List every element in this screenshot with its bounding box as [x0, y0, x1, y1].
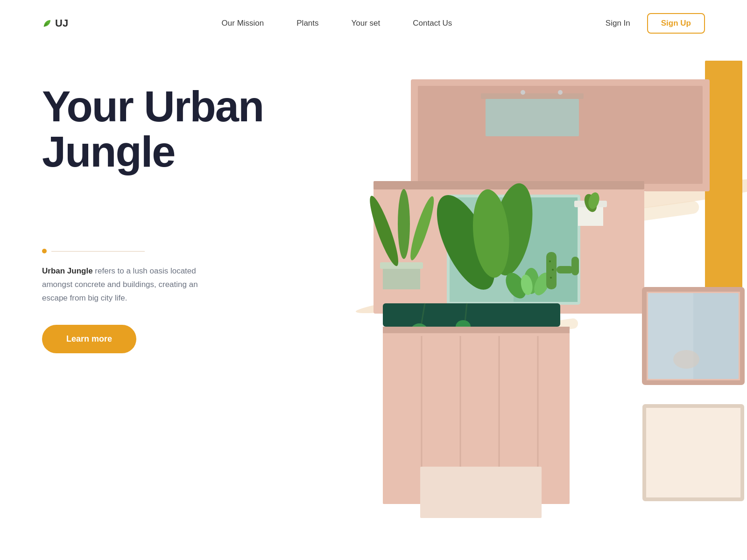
divider-dot [42, 249, 47, 253]
svg-point-42 [550, 277, 552, 279]
svg-rect-49 [383, 327, 570, 333]
svg-rect-26 [383, 303, 560, 327]
sign-in-link[interactable]: Sign In [606, 19, 630, 28]
svg-point-24 [398, 189, 410, 259]
svg-rect-39 [571, 257, 579, 275]
svg-rect-37 [546, 252, 557, 289]
svg-rect-21 [383, 266, 420, 289]
nav-our-mission[interactable]: Our Mission [222, 19, 264, 28]
hero-text: Your Urban Jungle Urban Jungle refers to… [42, 84, 303, 353]
svg-rect-5 [481, 93, 584, 99]
nav-links: Our Mission Plants Your set Contact Us [222, 19, 452, 28]
sign-up-button[interactable]: Sign Up [647, 13, 705, 34]
hero-divider-wrap [42, 249, 303, 253]
svg-point-47 [673, 350, 699, 369]
svg-rect-54 [644, 406, 742, 499]
nav-contact-us[interactable]: Contact Us [413, 19, 452, 28]
svg-rect-56 [420, 467, 542, 518]
logo-text: UJ [55, 17, 68, 29]
nav-right: Sign In Sign Up [606, 13, 705, 34]
svg-point-41 [552, 269, 554, 271]
logo[interactable]: UJ [42, 17, 68, 29]
svg-rect-22 [380, 262, 423, 269]
hero-description: Urban Jungle refers to a lush oasis loca… [42, 265, 201, 305]
hero-title: Your Urban Jungle [42, 84, 303, 174]
svg-point-7 [521, 90, 525, 95]
nav-your-set[interactable]: Your set [352, 19, 381, 28]
svg-rect-38 [557, 266, 573, 273]
building-illustration [345, 61, 747, 551]
hero-section: Your Urban Jungle Urban Jungle refers to… [0, 47, 747, 560]
building-svg [345, 61, 747, 518]
divider-line [51, 251, 145, 252]
nav-plants[interactable]: Plants [296, 19, 318, 28]
learn-more-button[interactable]: Learn more [42, 325, 136, 353]
svg-point-40 [549, 260, 551, 262]
svg-rect-10 [374, 181, 644, 189]
svg-point-8 [558, 90, 563, 95]
leaf-icon [42, 18, 52, 28]
navbar: UJ Our Mission Plants Your set Contact U… [0, 0, 747, 47]
svg-rect-6 [486, 99, 579, 136]
